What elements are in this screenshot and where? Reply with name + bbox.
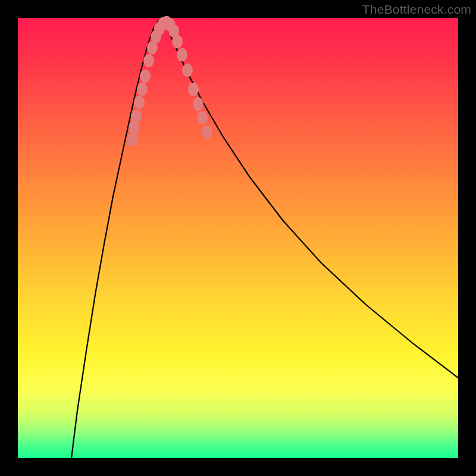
highlight-dot [172,35,183,49]
curve-right-branch [161,18,458,378]
chart-svg [18,18,458,458]
highlight-dots [127,16,212,147]
highlight-dot [202,126,212,139]
watermark-text: TheBottleneck.com [362,2,471,17]
highlight-dot [177,48,187,62]
highlight-dot [131,109,142,123]
highlight-dot [137,83,148,96]
highlight-dot [193,98,203,111]
highlight-dot [182,64,193,77]
chart-frame: TheBottleneck.com [0,0,476,476]
curve-left-branch [71,18,161,458]
highlight-dot [188,83,199,96]
highlight-dot [127,133,137,147]
plot-area [18,18,458,458]
highlight-dot [197,111,208,125]
highlight-dot [134,96,145,109]
highlight-dot [143,54,154,68]
highlight-dot [129,121,139,135]
highlight-dot [140,70,151,83]
